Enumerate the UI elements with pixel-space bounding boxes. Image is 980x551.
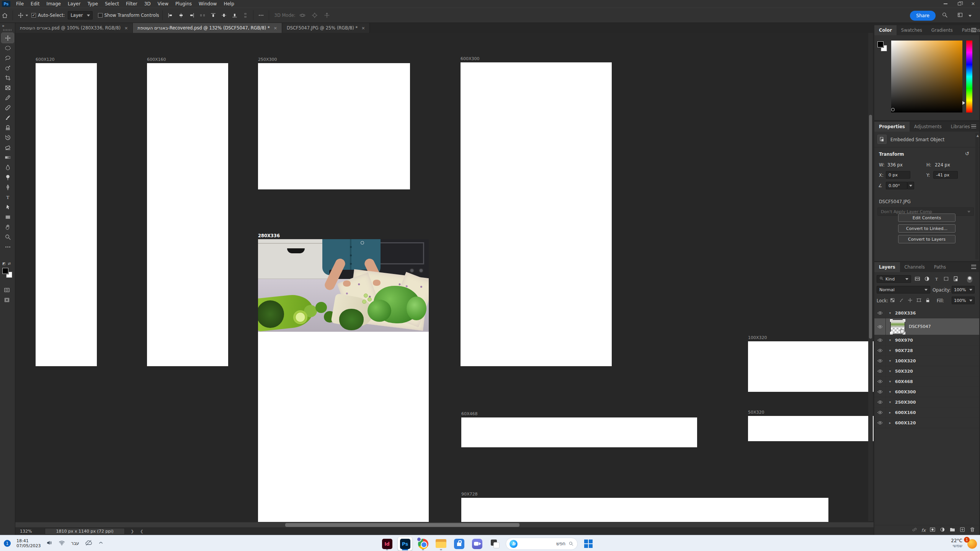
status-next-icon[interactable]: ❯ [131, 529, 134, 533]
start-button[interactable] [581, 537, 596, 551]
visibility-eye-icon[interactable] [874, 335, 886, 345]
layer-name[interactable]: 600X160 [895, 410, 916, 415]
taskbar-search[interactable]: bחפש [506, 538, 578, 550]
auto-select-checkbox[interactable]: ✓ [31, 13, 36, 18]
menu-layer[interactable]: Layer [64, 0, 84, 8]
foreground-color-swatch[interactable] [2, 268, 8, 274]
align-center-v[interactable] [219, 12, 229, 18]
trash-icon[interactable] [969, 527, 975, 534]
canvas[interactable]: 600X120600X160250X300600X300280X336 100X… [15, 33, 874, 527]
taskbar-app-indesign[interactable]: Id [380, 537, 394, 551]
more-options-icon[interactable] [256, 12, 266, 18]
layer-name[interactable]: 280X336 [895, 311, 916, 316]
move-tool[interactable] [2, 33, 14, 43]
filter-toggle-icon[interactable] [967, 276, 972, 283]
tab-close-icon[interactable]: × [361, 26, 365, 31]
menu-image[interactable]: Image [43, 0, 64, 8]
clone-stamp-tool[interactable] [2, 122, 14, 132]
artboard-280X336[interactable] [258, 239, 429, 525]
taskbar-app-photoshop[interactable]: Ps [398, 537, 412, 551]
group-chevron-icon[interactable]: ▾ [887, 400, 893, 404]
group-chevron-icon[interactable]: ▾ [887, 380, 893, 383]
visibility-eye-icon[interactable] [874, 356, 886, 366]
f-shape[interactable] [943, 276, 949, 283]
color-tab-gradients[interactable]: Gradients [927, 25, 957, 35]
layer-row-600X300[interactable]: ▾600X300 [874, 387, 979, 397]
artboard-label-280X336[interactable]: 280X336 [258, 233, 280, 238]
align-bottom[interactable] [230, 12, 239, 18]
artboard-label-250X300[interactable]: 250X300 [258, 57, 277, 62]
group-chevron-icon[interactable]: ▾ [887, 390, 893, 394]
layer-name[interactable]: 90X970 [895, 338, 913, 343]
menu-3d[interactable]: 3D [141, 0, 154, 8]
layer-name[interactable]: 600X300 [895, 390, 916, 395]
artboard-100X320[interactable] [748, 341, 874, 392]
layer-row-100X320[interactable]: ▾100X320 [874, 356, 979, 366]
convert-to-linked-button[interactable]: Convert to Linked... [898, 224, 956, 233]
color-field[interactable] [891, 41, 962, 112]
crop-tool[interactable] [2, 73, 14, 83]
layer-name[interactable]: 250X300 [895, 400, 916, 405]
menu-window[interactable]: Window [195, 0, 220, 8]
zoom-tool[interactable] [2, 232, 14, 242]
color-tab-swatches[interactable]: Swatches [897, 25, 927, 35]
layer-name[interactable]: 100X320 [895, 359, 916, 364]
visibility-eye-icon[interactable] [874, 418, 886, 428]
menu-edit[interactable]: Edit [27, 0, 43, 8]
artboard-label-100X320[interactable]: 100X320 [748, 335, 767, 340]
document-tab-2[interactable]: באנרים העוטפת-Recovered.psd @ 132% (DSCF… [133, 23, 282, 33]
lock-checker[interactable] [890, 297, 895, 304]
menu-help[interactable]: Help [220, 0, 237, 8]
color-tab-color[interactable]: Color [874, 25, 897, 35]
mask-icon[interactable] [929, 527, 936, 534]
f-smart[interactable] [952, 276, 959, 283]
taskbar-clock[interactable]: 18:41 07/05/2023 [16, 538, 41, 548]
search-icon[interactable] [942, 12, 948, 19]
foreground-color-swatch[interactable] [877, 41, 884, 47]
visibility-eye-icon[interactable] [874, 346, 886, 355]
onedrive-icon[interactable] [85, 539, 92, 548]
f-pixel[interactable] [914, 276, 921, 283]
artboard-60X468[interactable] [461, 417, 697, 447]
layer-row-90X728[interactable]: ▾90X728 [874, 346, 979, 356]
artboard-label-600X300[interactable]: 600X300 [461, 56, 480, 61]
layer-row-60X468[interactable]: ▾60X468 [874, 377, 979, 387]
visibility-eye-icon[interactable] [874, 387, 886, 397]
vertical-scrollbar[interactable] [868, 33, 873, 521]
document-tab-1[interactable]: באנרים העוטפת.psd @ 100% (280X336, RGB/8… [15, 23, 133, 33]
auto-select-target-dropdown[interactable]: Layer [68, 11, 92, 20]
layers-tab-channels[interactable]: Channels [900, 262, 929, 272]
taskbar-app-file-explorer[interactable] [434, 537, 448, 551]
scroll-up-icon[interactable]: ▲ [977, 134, 979, 137]
layer-name[interactable]: 90X728 [895, 348, 913, 353]
new-layer-icon[interactable] [959, 527, 965, 534]
quick-select-tool[interactable] [2, 63, 14, 73]
pen-tool[interactable] [2, 182, 14, 192]
taskbar-app-microsoft-store[interactable] [452, 537, 466, 551]
dodge-tool[interactable] [2, 172, 14, 182]
more-tool[interactable] [2, 242, 14, 252]
artboard-label-600X120[interactable]: 600X120 [36, 57, 55, 62]
toolbar-collapse-icon[interactable]: » [2, 23, 5, 28]
artboard-50X320[interactable] [748, 416, 874, 441]
healing-tool[interactable] [2, 103, 14, 112]
fx-icon[interactable]: fx [921, 528, 926, 533]
show-transform-checkbox[interactable] [98, 13, 103, 18]
minimize-icon[interactable] [939, 0, 952, 8]
lock-move[interactable] [907, 297, 913, 304]
artboard-600X160[interactable] [147, 63, 228, 366]
fill-dropdown[interactable]: 100% [952, 297, 975, 304]
layer-name[interactable]: 50X320 [895, 369, 913, 374]
f-adjust[interactable] [924, 276, 930, 283]
angle-dropdown[interactable] [907, 182, 914, 189]
color-tab-patterns[interactable]: Patterns [957, 25, 980, 35]
layer-name[interactable]: DSCF5047 [909, 324, 931, 329]
layers-tab-paths[interactable]: Paths [929, 262, 951, 272]
link-icon[interactable] [911, 527, 918, 534]
marquee-tool[interactable] [2, 43, 14, 53]
f-type[interactable]: T [933, 276, 940, 283]
toolbar-grip-handle[interactable] [3, 29, 12, 31]
blur-tool[interactable] [2, 162, 14, 172]
folder-icon[interactable] [949, 527, 956, 534]
horizontal-scrollbar[interactable] [15, 522, 874, 527]
